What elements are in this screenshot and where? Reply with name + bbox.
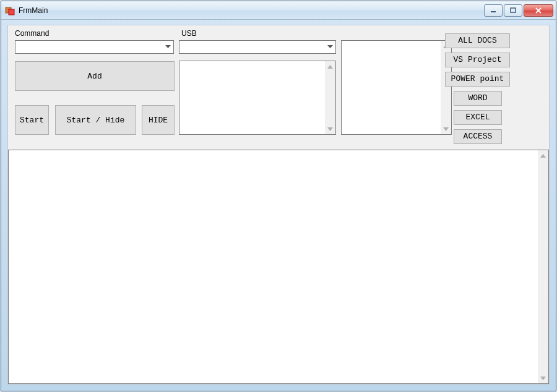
- command-input[interactable]: [15, 41, 163, 53]
- hide-button[interactable]: HIDE: [142, 105, 175, 135]
- window-controls: [484, 4, 553, 17]
- add-button-label: Add: [87, 72, 101, 81]
- scroll-up-icon[interactable]: [538, 150, 548, 161]
- textarea-1[interactable]: [179, 61, 336, 135]
- close-button[interactable]: [524, 4, 553, 17]
- titlebar[interactable]: FrmMain: [1, 1, 556, 20]
- vs-project-button[interactable]: VS Project: [445, 53, 510, 67]
- scrollbar-vertical[interactable]: [325, 61, 335, 134]
- scroll-track[interactable]: [325, 72, 335, 124]
- svg-marker-12: [540, 154, 546, 158]
- window-title: FrmMain: [19, 6, 48, 15]
- textarea-main[interactable]: [8, 150, 549, 384]
- start-hide-button-label: Start / Hide: [67, 116, 125, 125]
- chevron-down-icon[interactable]: [325, 41, 335, 53]
- scroll-down-icon[interactable]: [538, 373, 548, 383]
- minimize-button[interactable]: [484, 4, 503, 17]
- right-button-panel: ALL DOCS VS Project POWER point WORD EXC…: [445, 33, 513, 148]
- all-docs-button[interactable]: ALL DOCS: [445, 33, 510, 48]
- svg-rect-2: [491, 11, 496, 12]
- app-icon: [5, 6, 15, 15]
- svg-marker-8: [327, 65, 333, 69]
- scrollbar-vertical[interactable]: [538, 150, 548, 383]
- power-point-button[interactable]: POWER point: [445, 72, 510, 87]
- svg-rect-1: [9, 9, 14, 15]
- textarea-2[interactable]: [341, 40, 452, 135]
- access-button[interactable]: ACCESS: [454, 129, 502, 144]
- command-combobox[interactable]: [15, 40, 174, 54]
- start-hide-button[interactable]: Start / Hide: [55, 105, 136, 135]
- client-area: Command USB Add Start Start / Hide HIDE: [7, 25, 550, 385]
- usb-label: USB: [181, 29, 197, 38]
- svg-marker-6: [165, 45, 171, 48]
- scroll-track[interactable]: [538, 161, 548, 373]
- scroll-down-icon[interactable]: [325, 124, 335, 134]
- usb-input[interactable]: [179, 41, 325, 53]
- svg-rect-3: [511, 8, 516, 12]
- hide-button-label: HIDE: [149, 116, 168, 125]
- add-button[interactable]: Add: [15, 61, 175, 91]
- word-button[interactable]: WORD: [454, 91, 502, 106]
- svg-marker-9: [327, 127, 333, 131]
- start-button[interactable]: Start: [15, 105, 49, 135]
- command-label: Command: [15, 29, 49, 38]
- chevron-down-icon[interactable]: [163, 41, 173, 53]
- svg-marker-7: [327, 45, 333, 48]
- start-button-label: Start: [20, 116, 44, 125]
- main-window: FrmMain Command USB: [1, 1, 556, 391]
- maximize-button[interactable]: [504, 4, 522, 17]
- scroll-up-icon[interactable]: [325, 61, 335, 72]
- usb-combobox[interactable]: [179, 40, 336, 54]
- excel-button[interactable]: EXCEL: [454, 110, 502, 125]
- svg-marker-13: [540, 377, 546, 380]
